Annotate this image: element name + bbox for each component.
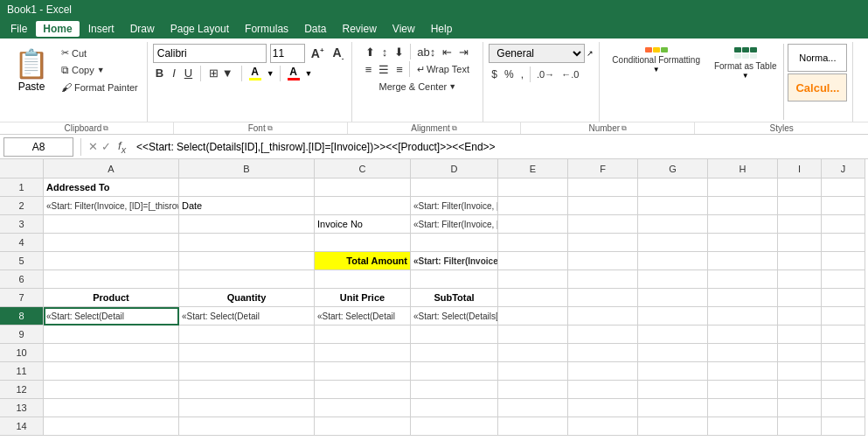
cell-h11[interactable] — [708, 362, 778, 381]
highlight-dropdown-icon[interactable]: ▼ — [267, 69, 274, 78]
cell-h6[interactable] — [708, 270, 778, 289]
cell-e9[interactable] — [498, 326, 568, 344]
row-num-10[interactable]: 10 — [0, 344, 44, 362]
format-painter-button[interactable]: 🖌 Format Painter — [58, 80, 142, 95]
cell-g2[interactable] — [638, 197, 708, 215]
cell-d7[interactable]: SubTotal — [411, 289, 498, 307]
cell-c8[interactable]: «Start: Select(Detail — [315, 307, 411, 326]
cell-c4[interactable] — [315, 234, 411, 252]
cell-j8[interactable] — [822, 307, 865, 326]
cell-d3[interactable]: «Start: Filter(Invoice, [ID]=[_thisrow].… — [411, 215, 498, 234]
cell-d5[interactable]: «Start: Filter(Invoice, [ID]=[_thisrow].… — [411, 252, 498, 270]
cell-a9[interactable] — [44, 326, 179, 344]
highlight-color-button[interactable]: A — [247, 65, 263, 81]
col-header-d[interactable]: D — [411, 159, 498, 178]
cell-a10[interactable] — [44, 344, 179, 362]
cell-i7[interactable] — [778, 289, 822, 307]
cell-h1[interactable] — [708, 178, 778, 197]
cell-g14[interactable] — [638, 417, 708, 436]
cell-f10[interactable] — [568, 344, 638, 362]
row-num-11[interactable]: 11 — [0, 362, 44, 381]
cell-i10[interactable] — [778, 344, 822, 362]
cell-a13[interactable] — [44, 399, 179, 417]
menu-insert[interactable]: Insert — [81, 21, 122, 37]
copy-button[interactable]: ⧉ Copy ▼ — [58, 62, 142, 78]
number-expand-icon[interactable]: ↗ — [587, 49, 594, 58]
row-num-5[interactable]: 5 — [0, 252, 44, 270]
cell-f14[interactable] — [568, 417, 638, 436]
cell-h5[interactable] — [708, 252, 778, 270]
name-box[interactable] — [3, 137, 73, 157]
cell-j7[interactable] — [822, 289, 865, 307]
cell-j9[interactable] — [822, 326, 865, 344]
menu-file[interactable]: File — [3, 21, 34, 37]
cell-i9[interactable] — [778, 326, 822, 344]
cell-b7[interactable]: Quantity — [179, 289, 315, 307]
cell-f9[interactable] — [568, 326, 638, 344]
col-header-a[interactable]: A — [44, 159, 179, 178]
cell-h9[interactable] — [708, 326, 778, 344]
cell-h12[interactable] — [708, 381, 778, 399]
menu-data[interactable]: Data — [297, 21, 333, 37]
cell-a11[interactable] — [44, 362, 179, 381]
cell-e11[interactable] — [498, 362, 568, 381]
decrease-decimal-button[interactable]: ←.0 — [559, 68, 581, 80]
alignment-expand[interactable]: ⧉ — [452, 124, 457, 133]
col-header-j[interactable]: J — [822, 159, 865, 178]
cell-b2[interactable]: Date — [179, 197, 315, 215]
cell-c6[interactable] — [315, 270, 411, 289]
cell-d4[interactable] — [411, 234, 498, 252]
cell-f11[interactable] — [568, 362, 638, 381]
cell-j6[interactable] — [822, 270, 865, 289]
cell-g6[interactable] — [638, 270, 708, 289]
cell-b3[interactable] — [179, 215, 315, 234]
cell-g1[interactable] — [638, 178, 708, 197]
cell-j12[interactable] — [822, 381, 865, 399]
cell-f12[interactable] — [568, 381, 638, 399]
cell-e8[interactable] — [498, 307, 568, 326]
cell-d1[interactable] — [411, 178, 498, 197]
row-num-13[interactable]: 13 — [0, 399, 44, 417]
cell-f6[interactable] — [568, 270, 638, 289]
number-format-select[interactable]: General Number Currency Text — [489, 44, 585, 63]
cell-e6[interactable] — [498, 270, 568, 289]
cell-c11[interactable] — [315, 362, 411, 381]
cell-b12[interactable] — [179, 381, 315, 399]
row-num-7[interactable]: 7 — [0, 289, 44, 307]
formula-input[interactable] — [133, 140, 865, 154]
cell-c7[interactable]: Unit Price — [315, 289, 411, 307]
font-name-input[interactable] — [153, 44, 267, 63]
cell-e12[interactable] — [498, 381, 568, 399]
percent-button[interactable]: % — [502, 67, 517, 81]
font-expand[interactable]: ⧉ — [267, 124, 273, 133]
formula-confirm-icon[interactable]: ✓ — [101, 140, 111, 153]
cell-h3[interactable] — [708, 215, 778, 234]
cell-g11[interactable] — [638, 362, 708, 381]
underline-button[interactable]: U — [182, 66, 195, 80]
cell-e4[interactable] — [498, 234, 568, 252]
cell-e3[interactable] — [498, 215, 568, 234]
col-header-f[interactable]: F — [568, 159, 638, 178]
cell-i13[interactable] — [778, 399, 822, 417]
cell-e14[interactable] — [498, 417, 568, 436]
cell-h10[interactable] — [708, 344, 778, 362]
paste-button[interactable]: 📋 Paste — [7, 44, 56, 96]
cell-e1[interactable] — [498, 178, 568, 197]
cell-i1[interactable] — [778, 178, 822, 197]
cell-b9[interactable] — [179, 326, 315, 344]
cell-a8[interactable]: «Start: Select(Detail — [44, 307, 179, 326]
cell-c13[interactable] — [315, 399, 411, 417]
menu-draw[interactable]: Draw — [123, 21, 162, 37]
cell-i3[interactable] — [778, 215, 822, 234]
merge-center-button[interactable]: Merge & Center ▼ — [363, 80, 473, 93]
borders-button[interactable]: ⊞ ▼ — [206, 66, 235, 80]
cell-d8[interactable]: «Start: Select(Details[ID],[_thisrow].[I… — [411, 307, 498, 326]
italic-button[interactable]: I — [170, 66, 178, 80]
indent-increase-button[interactable]: ⇥ — [456, 45, 471, 60]
cell-a2[interactable]: «Start: Filter(Invoice, [ID]=[_thisrow].… — [44, 197, 179, 215]
cell-j4[interactable] — [822, 234, 865, 252]
cell-b14[interactable] — [179, 417, 315, 436]
col-header-h[interactable]: H — [708, 159, 778, 178]
cell-i14[interactable] — [778, 417, 822, 436]
cell-e7[interactable] — [498, 289, 568, 307]
